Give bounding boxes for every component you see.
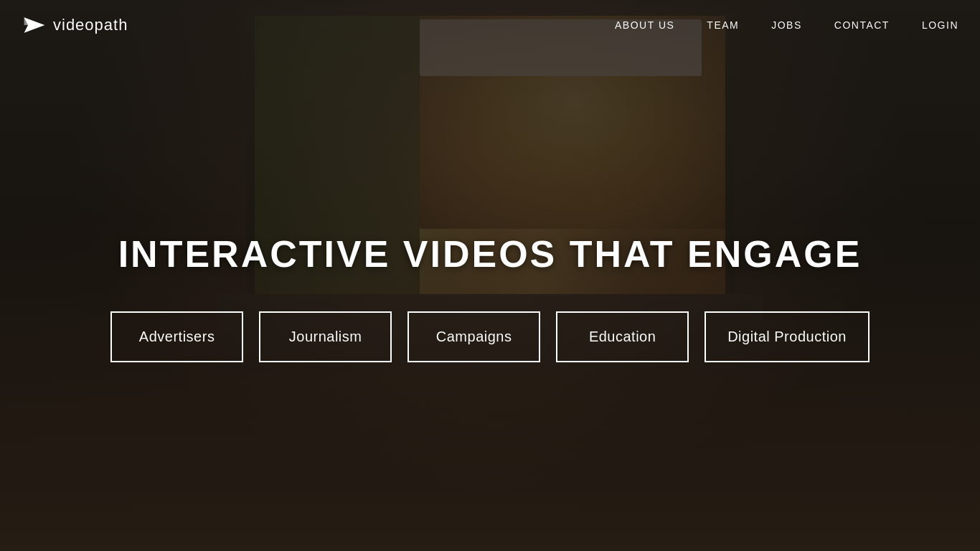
nav-link-jobs[interactable]: JOBS: [771, 19, 802, 31]
category-btn-campaigns[interactable]: Campaigns: [407, 311, 540, 362]
category-btn-digital-production[interactable]: Digital Production: [705, 311, 870, 362]
logo-link[interactable]: videopath: [22, 12, 128, 38]
logo-text: videopath: [53, 16, 128, 34]
nav-link-team[interactable]: TEAM: [707, 19, 739, 31]
category-btn-education[interactable]: Education: [556, 311, 689, 362]
category-btn-advertisers[interactable]: Advertisers: [110, 311, 243, 362]
paper-plane-icon: [22, 12, 47, 38]
nav-link-contact[interactable]: CONTACT: [834, 19, 890, 31]
hero-section: videopath ABOUT USTEAMJOBSCONTACTLOGIN I…: [0, 0, 980, 551]
main-nav: videopath ABOUT USTEAMJOBSCONTACTLOGIN: [0, 0, 980, 50]
main-content: INTERACTIVE VIDEOS THAT ENGAGE Advertise…: [110, 232, 870, 362]
nav-links-container: ABOUT USTEAMJOBSCONTACTLOGIN: [615, 19, 958, 31]
category-btn-journalism[interactable]: Journalism: [259, 311, 392, 362]
nav-link-about-us[interactable]: ABOUT US: [615, 19, 674, 31]
categories-container: AdvertisersJournalismCampaignsEducationD…: [110, 311, 870, 362]
hero-title: INTERACTIVE VIDEOS THAT ENGAGE: [118, 232, 862, 276]
nav-link-login[interactable]: LOGIN: [922, 19, 958, 31]
